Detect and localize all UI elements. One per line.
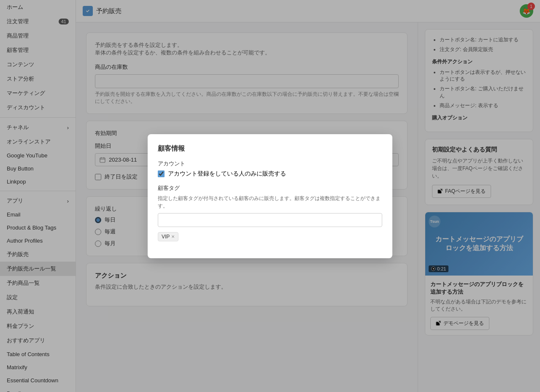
modal-customer-tag-hint: 指定した顧客タグが付与されている顧客のみに販売します。顧客タグは複数指定すること…: [158, 195, 382, 210]
tag-chip-label: VIP: [162, 234, 170, 240]
tags-container: VIP ×: [158, 230, 382, 241]
modal-tag-input[interactable]: [158, 213, 382, 227]
modal-customer-tag-section: 顧客タグ 指定した顧客タグが付与されている顧客のみに販売します。顧客タグは複数指…: [158, 184, 382, 241]
modal-customer-tag-label: 顧客タグ: [158, 184, 382, 192]
modal-account-label: アカウント: [158, 160, 382, 168]
modal-account-checkbox-label: アカウント登録をしている人のみに販売する: [168, 170, 286, 178]
tag-chip-remove[interactable]: ×: [171, 234, 175, 239]
modal-account-checkbox-row: アカウント登録をしている人のみに販売する: [158, 170, 382, 178]
modal-account-section: アカウント アカウント登録をしている人のみに販売する: [158, 160, 382, 178]
modal-title: 顧客情報: [158, 144, 382, 153]
modal: 顧客情報 アカウント アカウント登録をしている人のみに販売する 顧客タグ 指定し…: [148, 134, 392, 258]
modal-overlay[interactable]: 顧客情報 アカウント アカウント登録をしている人のみに販売する 顧客タグ 指定し…: [0, 0, 540, 392]
tag-chip-vip: VIP ×: [158, 232, 178, 241]
modal-account-checkbox[interactable]: [158, 170, 165, 177]
